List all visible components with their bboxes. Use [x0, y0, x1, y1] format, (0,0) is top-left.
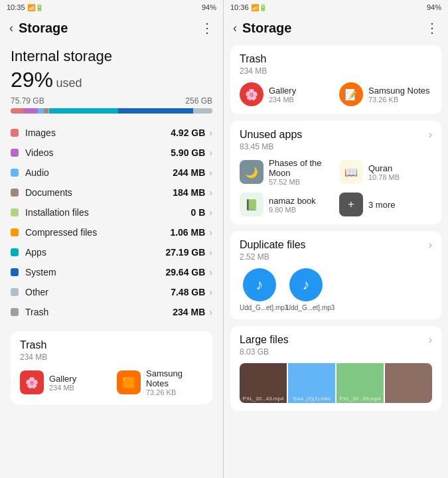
app-size: 9.80 MB: [269, 206, 316, 214]
item-chevron: ›: [209, 187, 212, 198]
pb-videos: [23, 108, 38, 114]
item-chevron: ›: [209, 307, 212, 317]
app-name: Samsung Notes: [368, 86, 430, 96]
left-back-button[interactable]: ‹: [9, 21, 13, 35]
right-trash-header: Trash 234 MB: [240, 53, 432, 76]
unused-apps-info: Unused apps 83.45 MB: [240, 129, 302, 151]
duplicate-files-card[interactable]: Duplicate files 2.52 MB › ♪ Udd_G...et].…: [230, 231, 441, 319]
unused-app-item[interactable]: 📗 namaz book 9.80 MB: [240, 193, 333, 216]
app-name: namaz book: [269, 196, 316, 206]
item-size: 4.92 GB: [171, 127, 205, 138]
item-chevron: ›: [209, 227, 212, 238]
right-header-left: ‹ Storage: [233, 21, 291, 36]
storage-list-item[interactable]: Installation files 0 B ›: [11, 202, 212, 222]
app-icon: 📝: [339, 82, 363, 106]
storage-list-item[interactable]: Apps 27.19 GB ›: [11, 242, 212, 262]
large-files-title: Large files: [240, 334, 289, 346]
dup-file-name: Udd_G...et].mp3: [286, 304, 326, 311]
app-size: 234 MB: [269, 96, 296, 104]
left-trash-app-item[interactable]: 🟧 Samsung Notes 73.26 KB: [117, 368, 203, 396]
item-name: Compressed files: [25, 227, 170, 238]
storage-usage: 29% used: [11, 68, 212, 92]
used-gb: 75.79 GB: [11, 96, 44, 106]
storage-list-item[interactable]: Images 4.92 GB ›: [11, 123, 212, 143]
pb-system: [118, 108, 193, 114]
app-name: Quran: [368, 163, 400, 173]
large-file-thumb: PXL_20...43.mp4: [240, 363, 287, 403]
right-page-title: Storage: [242, 21, 291, 36]
app-size: 57.52 MB: [269, 178, 333, 186]
item-chevron: ›: [209, 127, 212, 138]
duplicate-files-list: ♪ Udd_G...et].mp3 ♪ Udd_G...et].mp3: [240, 268, 432, 311]
item-name: Videos: [25, 147, 171, 158]
large-files-preview: PXL_20...43.mp4Soul_(2)(1).mkvPXL_20...6…: [240, 363, 432, 403]
app-icon: 🌸: [20, 370, 44, 394]
unused-app-item[interactable]: 🌙 Phases of the Moon 57.52 MB: [240, 158, 333, 186]
item-size: 184 MB: [173, 187, 205, 198]
app-size: 73.26 KB: [368, 96, 430, 104]
right-trash-app-item[interactable]: 🌸 Gallery 234 MB: [240, 82, 333, 106]
item-name: System: [25, 267, 165, 278]
right-status-bar: 10:36 📶🔋 94%: [224, 0, 448, 15]
app-name: 3 more: [368, 200, 395, 210]
app-icon: 🌙: [240, 160, 263, 184]
left-trash-app-item[interactable]: 🌸 Gallery 234 MB: [20, 368, 106, 396]
left-trash-apps: 🌸 Gallery 234 MB 🟧 Samsung Notes 73.26 K…: [20, 368, 203, 396]
unused-apps-card[interactable]: Unused apps 83.45 MB › 🌙 Phases of the M…: [230, 121, 441, 224]
storage-list-item[interactable]: Trash 234 MB ›: [11, 302, 212, 322]
right-time: 10:36: [230, 3, 249, 11]
left-more-button[interactable]: ⋮: [200, 20, 214, 36]
item-size: 0 B: [191, 207, 206, 218]
storage-list-item[interactable]: Other 7.48 GB ›: [11, 282, 212, 302]
item-size: 1.06 MB: [170, 227, 205, 238]
right-more-button[interactable]: ⋮: [425, 20, 439, 36]
pb-images: [11, 108, 23, 114]
right-back-button[interactable]: ‹: [233, 21, 237, 35]
app-info: Quran 10.78 MB: [368, 163, 400, 181]
app-icon: 📗: [240, 193, 263, 216]
storage-list-item[interactable]: Videos 5.90 GB ›: [11, 143, 212, 163]
unused-apps-title: Unused apps: [240, 129, 302, 141]
unused-apps-grid: 🌙 Phases of the Moon 57.52 MB 📖 Quran 10…: [240, 158, 432, 216]
large-files-card[interactable]: Large files 8.03 GB › PXL_20...43.mp4Sou…: [230, 326, 441, 411]
app-info: Samsung Notes 73.26 KB: [368, 86, 430, 104]
unused-app-item[interactable]: 📖 Quran 10.78 MB: [339, 158, 432, 186]
app-size: 73.26 KB: [146, 388, 203, 396]
item-size: 29.64 GB: [165, 267, 205, 278]
left-battery: 94%: [202, 3, 216, 11]
right-signal-icons: 📶🔋: [251, 4, 267, 11]
large-files-size: 8.03 GB: [240, 347, 289, 357]
item-dot: [11, 189, 19, 197]
dup-file-icon: ♪: [289, 268, 323, 301]
left-header: ‹ Storage ⋮: [0, 15, 223, 41]
large-file-thumb: Soul_(2)(1).mkv: [288, 363, 335, 403]
app-icon: 🟧: [117, 370, 141, 394]
right-trash-card: Trash 234 MB 🌸 Gallery 234 MB 📝 Samsung …: [230, 45, 441, 114]
left-trash-title: Trash: [20, 339, 203, 351]
storage-list-item[interactable]: Audio 244 MB ›: [11, 163, 212, 183]
item-dot: [11, 228, 19, 236]
unused-app-item[interactable]: + 3 more: [339, 193, 432, 216]
left-status-bar: 10:35 📶🔋 94%: [0, 0, 223, 15]
storage-list-item[interactable]: System 29.64 GB ›: [11, 262, 212, 282]
item-size: 244 MB: [173, 167, 205, 178]
storage-progress-bar: [11, 108, 212, 114]
left-header-left: ‹ Storage: [9, 21, 68, 36]
right-status-left: 10:36 📶🔋: [230, 3, 267, 11]
left-phone-panel: 10:35 📶🔋 94% ‹ Storage ⋮ Internal storag…: [0, 0, 224, 478]
app-icon: 📖: [339, 160, 363, 184]
storage-list-item[interactable]: Documents 184 MB ›: [11, 183, 212, 202]
item-dot: [11, 169, 19, 177]
right-trash-app-item[interactable]: 📝 Samsung Notes 73.26 KB: [339, 82, 432, 106]
left-time: 10:35: [7, 3, 25, 11]
item-size: 5.90 GB: [171, 147, 205, 158]
item-name: Installation files: [25, 207, 191, 218]
large-file-thumb: [385, 363, 432, 403]
app-info: 3 more: [368, 200, 395, 210]
item-size: 234 MB: [173, 307, 205, 317]
app-info: Gallery 234 MB: [269, 86, 296, 104]
app-info: Gallery 234 MB: [49, 374, 76, 392]
item-dot: [11, 268, 19, 276]
item-name: Other: [25, 287, 171, 297]
storage-list-item[interactable]: Compressed files 1.06 MB ›: [11, 222, 212, 242]
